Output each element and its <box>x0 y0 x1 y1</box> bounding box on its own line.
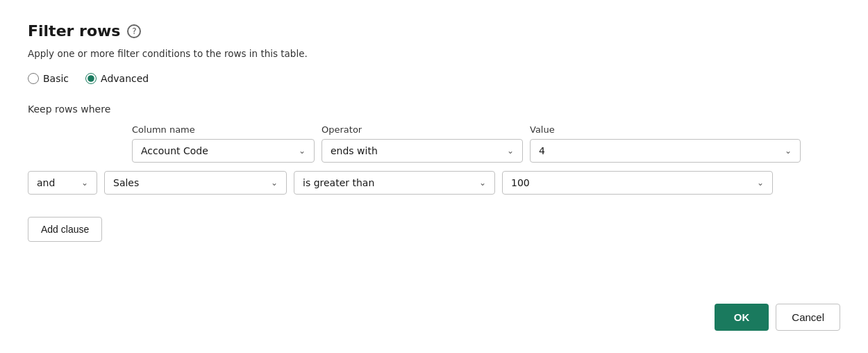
row2-column-chevron: ⌄ <box>271 178 278 188</box>
row2-operator-chevron: ⌄ <box>479 178 486 188</box>
filter-row-1: Account Code ⌄ ends with ⌄ 4 ⌄ <box>28 139 840 163</box>
help-icon[interactable]: ? <box>127 24 141 38</box>
row2-connector-chevron: ⌄ <box>81 178 88 188</box>
title-row: Filter rows ? <box>28 22 840 40</box>
filter-rows-dialog: Filter rows ? Apply one or more filter c… <box>0 0 868 353</box>
row2-value-chevron: ⌄ <box>757 178 764 188</box>
row1-column-chevron: ⌄ <box>299 146 306 156</box>
col-header-operator: Operator <box>322 124 523 135</box>
filter-rows-container: Account Code ⌄ ends with ⌄ 4 ⌄ and ⌄ Sal… <box>28 139 840 195</box>
add-clause-button[interactable]: Add clause <box>28 217 102 242</box>
row1-value-select[interactable]: 4 ⌄ <box>530 139 801 163</box>
footer: OK Cancel <box>715 304 840 331</box>
cancel-button[interactable]: Cancel <box>776 304 840 331</box>
radio-basic-input[interactable] <box>28 73 39 84</box>
row2-connector-select[interactable]: and ⌄ <box>28 171 97 195</box>
row1-operator-select[interactable]: ends with ⌄ <box>322 139 523 163</box>
radio-group: Basic Advanced <box>28 73 840 84</box>
dialog-subtitle: Apply one or more filter conditions to t… <box>28 48 840 59</box>
radio-advanced-input[interactable] <box>85 73 97 84</box>
dialog-title: Filter rows <box>28 22 120 40</box>
section-label: Keep rows where <box>28 104 840 115</box>
col-header-value: Value <box>530 124 801 135</box>
row1-operator-chevron: ⌄ <box>507 146 514 156</box>
row2-column-select[interactable]: Sales ⌄ <box>104 171 287 195</box>
radio-basic[interactable]: Basic <box>28 73 69 84</box>
row1-value-chevron: ⌄ <box>785 146 792 156</box>
radio-advanced[interactable]: Advanced <box>85 73 149 84</box>
filter-row-2: and ⌄ Sales ⌄ is greater than ⌄ 100 ⌄ <box>28 171 840 195</box>
row1-column-select[interactable]: Account Code ⌄ <box>132 139 315 163</box>
col-header-column-name: Column name <box>132 124 315 135</box>
row2-value-select[interactable]: 100 ⌄ <box>502 171 773 195</box>
ok-button[interactable]: OK <box>715 304 769 331</box>
column-headers-row: Column name Operator Value <box>28 124 840 135</box>
row2-operator-select[interactable]: is greater than ⌄ <box>294 171 495 195</box>
